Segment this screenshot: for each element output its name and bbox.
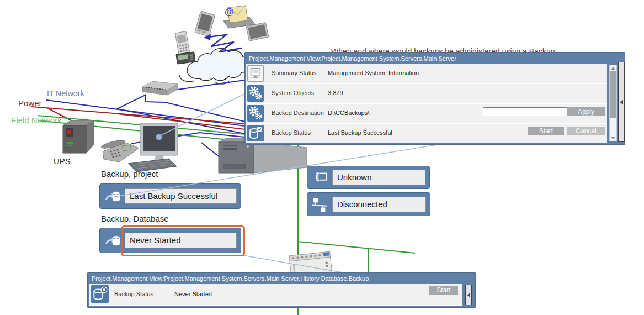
ups-label: UPS xyxy=(54,156,71,166)
collapse-left-icon xyxy=(467,293,470,297)
network-switch-icon xyxy=(142,81,178,95)
panel-collapse-handle[interactable] xyxy=(465,285,472,305)
main-panel-body: Summary Status Management System: Inform… xyxy=(246,64,607,143)
backup-destination-row: Backup Destination D:\CCBackups\ Apply xyxy=(246,104,607,123)
row-label: Backup Status xyxy=(114,291,153,297)
backup-database-label: Backup, Database xyxy=(101,214,169,223)
email-server-icon: @ xyxy=(223,6,255,28)
history-panel-title: Project.Management View:Project.Manageme… xyxy=(87,272,476,284)
pager-icon xyxy=(176,52,195,64)
gears-icon xyxy=(247,85,264,102)
row-label: Backup Destination xyxy=(272,109,324,116)
disconnected-status-box[interactable]: Disconnected xyxy=(307,192,430,216)
desktop-monitor-icon xyxy=(140,123,178,165)
scrollbar-thumb[interactable] xyxy=(610,71,616,118)
database-check-icon xyxy=(247,125,264,141)
scroll-up-icon[interactable] xyxy=(611,67,615,70)
history-backup-panel: Project.Management View:Project.Manageme… xyxy=(87,272,476,308)
history-panel-body: Backup Status Never Started Start xyxy=(89,284,462,306)
history-backup-status-row: Backup Status Never Started Start xyxy=(89,284,462,305)
row-label: Summary Status xyxy=(272,70,316,76)
backup-destination-input[interactable] xyxy=(483,107,568,116)
row-label: System Objects xyxy=(272,90,314,96)
desk-phone-icon xyxy=(100,139,139,162)
database-backup-status-box[interactable]: Never Started xyxy=(99,228,241,253)
backup-status-row: Backup Status Last Backup Successful Sta… xyxy=(246,124,607,143)
main-server-panel: Project.Management View:Project.Manageme… xyxy=(244,53,625,145)
computer-monitor-icon xyxy=(247,65,264,82)
row-value: Last Backup Successful xyxy=(328,129,392,136)
database-backup-status-text: Never Started xyxy=(125,233,237,248)
power-label: Power xyxy=(18,98,42,108)
scroll-down-icon[interactable] xyxy=(611,136,615,139)
row-value: 3,879 xyxy=(328,90,343,96)
panel-collapse-handle[interactable] xyxy=(618,62,625,142)
system-objects-row: System Objects 3,879 xyxy=(246,84,607,103)
unknown-status-text: Unknown xyxy=(332,170,425,185)
ups-device-icon xyxy=(63,120,94,153)
it-network-label: IT Network xyxy=(47,89,84,98)
collapse-left-icon xyxy=(620,100,623,104)
backup-arrow-database-icon xyxy=(104,233,121,248)
zigzag-arrow-icon xyxy=(204,34,242,52)
row-value: Management System: Information xyxy=(328,70,419,76)
project-backup-status-text: Last Backup Successful xyxy=(125,188,237,204)
row-value: Never Started xyxy=(174,291,212,297)
row-label: Backup Status xyxy=(272,129,311,136)
network-nodes-icon xyxy=(311,197,329,212)
history-start-button[interactable]: Start xyxy=(429,286,458,295)
cancel-button[interactable]: Cancel xyxy=(567,127,605,135)
display-updown-arrow-icon xyxy=(311,170,329,185)
backup-project-label: Backup, project xyxy=(101,169,158,179)
unknown-status-box[interactable]: Unknown xyxy=(307,166,430,189)
vertical-scrollbar[interactable] xyxy=(609,65,617,141)
project-backup-status-box[interactable]: Last Backup Successful xyxy=(99,183,241,209)
start-button[interactable]: Start xyxy=(528,127,564,135)
database-error-icon xyxy=(91,285,109,303)
apply-button[interactable]: Apply xyxy=(567,107,605,116)
network-backup-dashboard: @ xyxy=(0,0,644,315)
pda-icon xyxy=(195,11,215,36)
backup-arrow-database-icon xyxy=(104,188,121,204)
row-value: D:\CCBackups\ xyxy=(328,109,369,116)
field-network-label: Field Network xyxy=(11,116,62,125)
summary-status-row: Summary Status Management System: Inform… xyxy=(246,64,607,83)
disconnected-status-text: Disconnected xyxy=(332,197,426,212)
main-panel-title: Project.Management View:Project.Manageme… xyxy=(244,53,625,64)
svg-text:@: @ xyxy=(225,7,234,17)
gears-icon xyxy=(247,105,264,122)
